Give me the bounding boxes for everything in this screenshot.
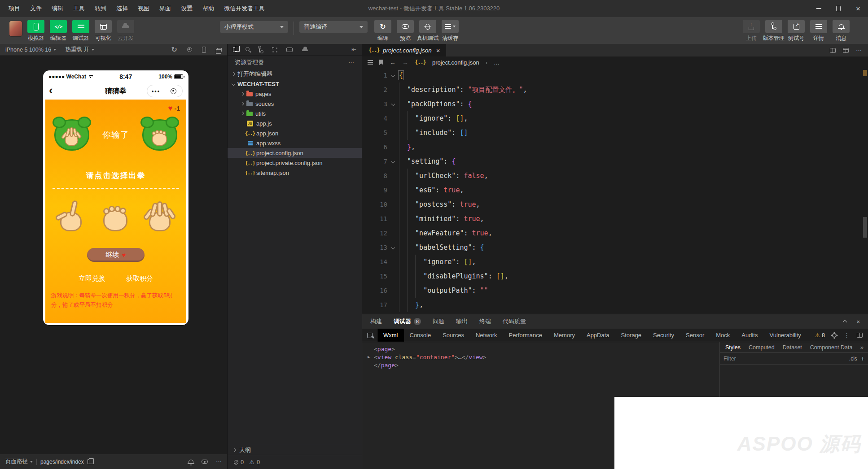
outline-section[interactable]: 大纲 — [228, 445, 362, 455]
navigate-forward-icon[interactable]: → — [402, 59, 408, 66]
debugger-tab-问题[interactable]: 问题 — [433, 317, 444, 326]
menu-item[interactable]: 编辑 — [48, 3, 67, 14]
devtools-tab-security[interactable]: Security — [647, 329, 680, 342]
details-button[interactable] — [810, 20, 827, 33]
styles-tab-styles[interactable]: Styles — [722, 343, 744, 352]
editor-scrollbar[interactable] — [862, 68, 868, 314]
hot-reload-select[interactable]: 热重载 开 — [65, 46, 94, 53]
close-tab-icon[interactable]: × — [436, 47, 440, 54]
messages-button[interactable] — [833, 20, 850, 33]
debugger-tab-输出[interactable]: 输出 — [456, 317, 468, 326]
debugger-tab-终端[interactable]: 终端 — [479, 317, 491, 326]
menu-item[interactable]: 视图 — [134, 3, 153, 14]
tree-item-pages[interactable]: pages — [228, 89, 362, 99]
devtools-tab-sensor[interactable]: Sensor — [680, 329, 710, 342]
tree-item-app.js[interactable]: JSapp.js — [228, 118, 362, 128]
devtools-tab-storage[interactable]: Storage — [615, 329, 648, 342]
tree-item-app.json[interactable]: {..}app.json — [228, 128, 362, 138]
notification-icon[interactable] — [189, 460, 193, 464]
filter-input[interactable] — [723, 356, 846, 362]
outline-icon[interactable] — [368, 60, 373, 61]
devtools-tab-wxml[interactable]: Wxml — [377, 329, 404, 342]
more-tabs-icon[interactable]: » — [860, 344, 866, 351]
split-editor-icon[interactable] — [830, 48, 836, 53]
tree-item-WECHAT-TEST[interactable]: WECHAT-TEST — [228, 79, 362, 89]
inspect-element-button[interactable] — [362, 329, 377, 342]
tree-item-souces[interactable]: souces — [228, 99, 362, 109]
menu-item[interactable]: 选择 — [112, 3, 132, 14]
compile-mode-select[interactable]: 普通编译 — [299, 21, 368, 33]
editor-more-icon[interactable]: ⋯ — [856, 47, 862, 54]
devtools-tab-appdata[interactable]: AppData — [581, 329, 615, 342]
tree-item-project.private.config.json[interactable]: {..}project.private.config.json — [228, 158, 362, 168]
breadcrumb-more[interactable]: … — [494, 59, 500, 66]
menu-item[interactable]: 项目 — [4, 3, 24, 14]
fold-icon[interactable] — [387, 246, 399, 249]
scrollbar-thumb[interactable] — [863, 217, 867, 238]
add-style-icon[interactable]: + — [861, 355, 864, 362]
search-icon[interactable] — [246, 48, 250, 51]
devtools-tab-vulnerability[interactable]: Vulnerability — [763, 329, 807, 342]
fold-icon[interactable] — [387, 74, 399, 77]
tree-item--[interactable]: 打开的编辑器 — [228, 69, 362, 79]
record-icon[interactable] — [187, 47, 192, 52]
watch-icon[interactable] — [202, 460, 208, 464]
copy-path-icon[interactable] — [88, 459, 92, 464]
visualize-button[interactable] — [95, 20, 112, 33]
warnings-badge[interactable]: ⚠8 — [815, 332, 825, 339]
clear-cache-button[interactable] — [442, 20, 459, 33]
menu-item[interactable]: 微信开发者工具 — [220, 3, 269, 14]
collapse-panel-icon[interactable] — [843, 320, 847, 325]
minimize-button[interactable] — [809, 0, 829, 17]
source-control-icon[interactable] — [259, 47, 263, 52]
tree-item-app.wxss[interactable]: app.wxss — [228, 138, 362, 148]
debugger-panel-button[interactable] — [72, 20, 89, 33]
continue-button[interactable]: 继续 ♥ — [87, 248, 145, 262]
fold-icon[interactable] — [387, 103, 399, 105]
game-link[interactable]: 获取积分 — [126, 274, 153, 283]
version-control-button[interactable] — [765, 20, 782, 33]
remote-debug-button[interactable] — [419, 20, 436, 33]
menu-item[interactable]: 转到 — [91, 3, 110, 14]
tree-item-project.config.json[interactable]: {..}project.config.json — [228, 148, 362, 158]
fold-icon[interactable] — [387, 160, 399, 163]
styles-tab-computed[interactable]: Computed — [745, 343, 778, 352]
devtools-tab-network[interactable]: Network — [470, 329, 503, 342]
devtools-tab-audits[interactable]: Audits — [736, 329, 763, 342]
preview-button[interactable] — [397, 20, 414, 33]
gesture-rock-button[interactable] — [100, 200, 132, 233]
styles-tab-dataset[interactable]: Dataset — [779, 343, 806, 352]
simulator-button[interactable] — [27, 20, 44, 33]
devtools-tab-mock[interactable]: Mock — [710, 329, 736, 342]
expander-icon[interactable]: ▶ — [368, 355, 374, 359]
cloud-icon[interactable] — [302, 48, 308, 51]
more-menu-icon[interactable]: ●●● — [147, 89, 165, 93]
settings-icon[interactable] — [832, 333, 837, 338]
devtools-tab-sources[interactable]: Sources — [437, 329, 470, 342]
warning-count[interactable]: ⚠ 0 — [249, 459, 260, 465]
error-count[interactable]: 0 — [234, 459, 244, 465]
menu-item[interactable]: 设置 — [177, 3, 197, 14]
devtools-tab-console[interactable]: Console — [404, 329, 437, 342]
editor-panel-button[interactable]: </> — [50, 20, 67, 33]
bookmark-icon[interactable] — [379, 60, 383, 65]
maximize-button[interactable] — [829, 0, 848, 17]
gesture-scissors-button[interactable] — [55, 200, 88, 233]
terminal-icon[interactable] — [286, 48, 293, 52]
multi-screen-icon[interactable] — [217, 48, 222, 52]
test-account-button[interactable] — [788, 20, 805, 33]
navigate-back-icon[interactable]: ← — [390, 59, 396, 66]
wxml-node[interactable]: <page> — [368, 345, 719, 353]
debugger-tab-代码质量[interactable]: 代码质量 — [503, 317, 526, 326]
menu-item[interactable]: 界面 — [155, 3, 175, 14]
breadcrumb-file[interactable]: project.config.json — [432, 59, 479, 66]
device-select[interactable]: iPhone 5 100% 16 — [5, 47, 56, 53]
files-icon[interactable] — [233, 47, 237, 52]
wxml-node[interactable]: ▶<view class="container">…</view> — [368, 353, 719, 361]
tree-item-utils[interactable]: utils — [228, 109, 362, 118]
menu-item[interactable]: 工具 — [69, 3, 89, 14]
more-icon[interactable]: ⋯ — [216, 458, 222, 465]
code-editor[interactable]: 1{2"description": "项目配置文件。",3"packOption… — [362, 68, 868, 314]
more-options-icon[interactable]: ⋮ — [844, 332, 850, 339]
styles-tab-component-data[interactable]: Component Data — [807, 343, 856, 352]
